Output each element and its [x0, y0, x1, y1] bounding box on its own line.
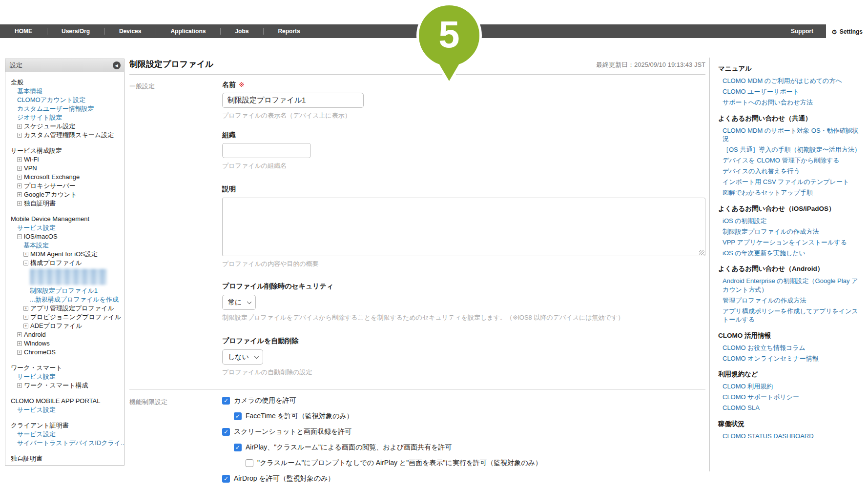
sidebar-node-label: Googleアカウント: [24, 190, 77, 199]
checkbox[interactable]: ✓: [222, 428, 230, 436]
tree-toggle-icon[interactable]: +: [17, 166, 22, 171]
help-section-title: 稼働状況: [718, 420, 861, 428]
sidebar-section-header: 独自証明書: [11, 454, 121, 463]
desc-textarea[interactable]: [222, 198, 705, 256]
help-link[interactable]: インポート用 CSV ファイルのテンプレート: [718, 178, 861, 186]
help-link[interactable]: CLOMO ユーザーサポート: [718, 87, 861, 96]
check-icon: ✓: [224, 476, 228, 482]
sidebar-node-label: 構成プロファイル: [30, 259, 82, 267]
tree-toggle-icon[interactable]: +: [17, 201, 22, 206]
sidebar-link[interactable]: 制限設定プロファイル1: [30, 286, 98, 295]
nav-item[interactable]: Jobs: [220, 24, 263, 38]
help-link[interactable]: CLOMO STATUS DASHBOARD: [718, 432, 861, 441]
chevron-down-icon: [254, 354, 259, 359]
collapse-sidebar-button[interactable]: ◀: [113, 61, 121, 69]
help-link[interactable]: 図解でわかるセットアップ手順: [718, 188, 861, 197]
sidebar-link[interactable]: ...新規構成プロファイルを作成: [30, 295, 119, 304]
help-section: 利用規約など CLOMO 利用規約CLOMO サポートポリシーCLOMO SLA: [718, 370, 861, 412]
sidebar-link[interactable]: 基本設定: [23, 241, 49, 250]
help-link[interactable]: サポートへのお問い合わせ方法: [718, 98, 861, 107]
nav-item[interactable]: Users/Org: [47, 24, 104, 38]
help-link[interactable]: デバイスの入れ替えを行う: [718, 167, 861, 176]
help-link[interactable]: CLOMO オンラインセミナー情報: [718, 354, 861, 363]
tree-toggle-icon[interactable]: +: [17, 341, 22, 346]
help-link[interactable]: CLOMO 利用規約: [718, 382, 861, 391]
auto-remove-select[interactable]: しない: [222, 349, 263, 365]
checkbox-label: スクリーンショットと画面収録を許可: [234, 427, 351, 436]
help-link[interactable]: CLOMO SLA: [718, 404, 861, 412]
sidebar-link[interactable]: カスタムユーザー情報設定: [17, 104, 94, 113]
checkbox[interactable]: ✓: [222, 475, 230, 483]
tree-toggle-icon[interactable]: +: [17, 350, 22, 355]
tree-toggle-icon[interactable]: +: [17, 133, 22, 138]
settings-label: Settings: [840, 28, 863, 35]
nav-item[interactable]: HOME: [0, 24, 47, 38]
help-link[interactable]: 制限設定プロファイルの作成方法: [718, 227, 861, 236]
sidebar-header: 設定 ◀: [5, 59, 124, 72]
sidebar-link[interactable]: サービス設定: [17, 224, 56, 232]
tree-toggle-icon[interactable]: +: [23, 315, 28, 320]
help-link[interactable]: アプリ構成ポリシーを作成してアプリをインストールする: [718, 307, 861, 324]
sidebar-link[interactable]: ジオサイト設定: [17, 113, 62, 122]
help-link[interactable]: Android Enterprise の初期設定（Google Play アカウ…: [718, 277, 861, 294]
tree-toggle-icon[interactable]: +: [17, 192, 22, 197]
tree-toggle-icon[interactable]: +: [23, 324, 28, 328]
tree-toggle-icon[interactable]: +: [17, 332, 22, 337]
sidebar-link[interactable]: 基本情報: [17, 87, 42, 96]
sidebar-section-header: CLOMO MOBILE APP PORTAL: [11, 397, 121, 406]
sidebar-link[interactable]: サイバートラストデバイスIDクライ...: [17, 439, 124, 447]
nav-item-support[interactable]: Support: [778, 24, 826, 38]
help-link[interactable]: iOS の初期設定: [718, 217, 861, 225]
help-section: CLOMO 活用情報 CLOMO お役立ち情報コラムCLOMO オンラインセミナ…: [718, 331, 861, 363]
tree-toggle-icon[interactable]: +: [23, 306, 28, 311]
gear-icon: ⚙: [831, 29, 837, 35]
sidebar-node-label: MDM Agent for iOS設定: [30, 250, 98, 259]
sidebar-link[interactable]: サービス設定: [17, 406, 56, 414]
tree-toggle-icon[interactable]: +: [17, 124, 22, 129]
checkbox[interactable]: ✓: [234, 412, 242, 420]
sidebar-section-header: サービス構成設定: [11, 146, 121, 155]
sidebar-link[interactable]: サービス設定: [17, 372, 56, 381]
checkbox[interactable]: ✓: [246, 459, 253, 467]
checkbox-row: ✓ FaceTime を許可（監視対象のみ）: [222, 412, 705, 421]
name-input[interactable]: [222, 93, 364, 108]
removal-security-select[interactable]: 常に: [222, 295, 256, 310]
help-link[interactable]: 管理プロファイルの作成方法: [718, 296, 861, 305]
help-link[interactable]: VPP アプリケーションをインストールする: [718, 238, 861, 247]
help-link[interactable]: CLOMO お役立ち情報コラム: [718, 344, 861, 352]
tree-toggle-icon[interactable]: +: [17, 175, 22, 180]
nav-item[interactable]: Devices: [104, 24, 156, 38]
help-section: よくあるお問い合わせ（共通） CLOMO MDM のサポート対象 OS・動作確認…: [718, 114, 861, 197]
help-link[interactable]: CLOMO MDM のご利用がはじめての方へ: [718, 77, 861, 85]
help-link[interactable]: CLOMO サポートポリシー: [718, 393, 861, 402]
marker-circle: 5: [416, 3, 482, 68]
removal-security-label: プロファイル削除時のセキュリティ: [222, 282, 705, 291]
nav-item[interactable]: Reports: [263, 24, 314, 38]
help-link[interactable]: ［OS 共通］導入の手順（初期設定〜活用方法）: [718, 145, 861, 154]
help-link[interactable]: iOS の年次更新を実施したい: [718, 249, 861, 258]
tree-toggle-icon[interactable]: −: [17, 234, 22, 239]
sidebar-section-header: ワーク・スマート: [11, 364, 121, 372]
checkbox-label: AirDrop を許可（監視対象のみ）: [234, 474, 334, 483]
org-input[interactable]: [222, 143, 311, 158]
required-mark: ※: [239, 81, 245, 88]
checkbox[interactable]: ✓: [234, 444, 242, 451]
nav-item[interactable]: Applications: [156, 24, 220, 38]
sidebar-link[interactable]: サービス設定: [17, 430, 56, 439]
tab-settings[interactable]: ⚙ Settings: [826, 24, 868, 39]
sidebar-link[interactable]: CLOMOアカウント設定: [17, 96, 85, 104]
checkbox[interactable]: ✓: [222, 397, 230, 405]
tree-toggle-icon[interactable]: +: [17, 157, 22, 162]
help-link[interactable]: デバイスを CLOMO 管理下から削除する: [718, 156, 861, 165]
help-section-title: 利用規約など: [718, 370, 861, 379]
section-label-restrictions: 機能制限設定: [129, 396, 222, 488]
sidebar-section-header: 全般: [11, 78, 121, 87]
tree-toggle-icon[interactable]: +: [17, 383, 22, 388]
tree-toggle-icon[interactable]: +: [17, 183, 22, 188]
tree-toggle-icon[interactable]: −: [23, 261, 28, 265]
check-icon: ✓: [224, 429, 228, 435]
sidebar-node-label: アプリ管理設定プロファイル: [30, 304, 114, 313]
help-link[interactable]: CLOMO MDM のサポート対象 OS・動作確認状況: [718, 126, 861, 143]
tree-toggle-icon[interactable]: +: [23, 252, 28, 257]
main-content: 制限設定プロファイル 最終更新日：2025/09/10 19:13:43 JST…: [129, 59, 705, 488]
